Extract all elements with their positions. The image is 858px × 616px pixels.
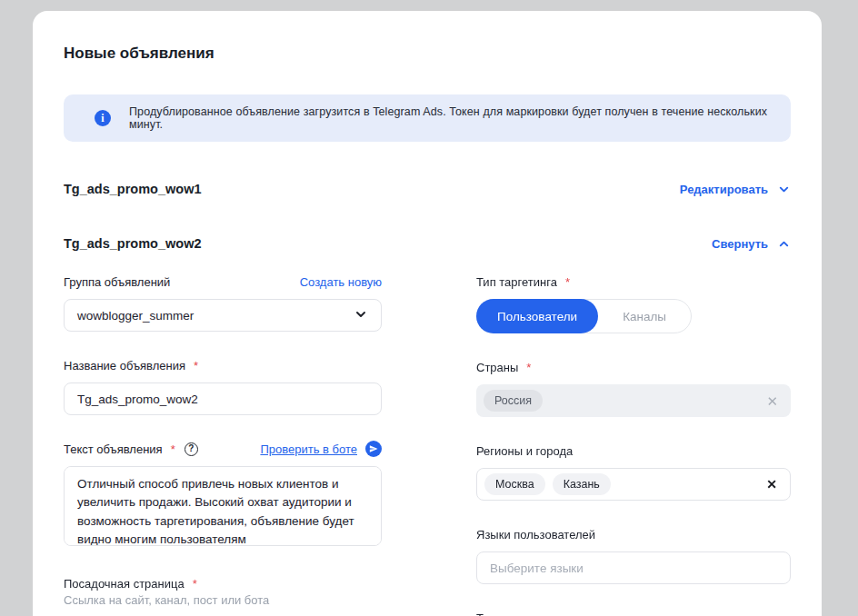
region-tag: Казань [553,473,611,495]
countries-label: Страны [476,361,518,374]
required-mark: * [526,361,531,374]
form-left-column: Группа объявлений Создать новую wowblogg… [64,274,382,616]
expand-section-button[interactable]: Редактировать [680,183,791,196]
regions-field[interactable]: Москва Казань ✕ [476,468,791,501]
ad-text-field-group: Текст объявления* ? Проверить в боте Отл… [64,442,382,550]
chevron-down-icon [354,307,368,324]
required-mark: * [565,275,570,289]
countries-field[interactable]: Россия ✕ [476,384,791,417]
required-mark: * [194,359,198,373]
page-title: Новые объявления [64,45,791,63]
regions-field-group: Регионы и города Москва Казань ✕ [476,443,791,501]
help-icon[interactable]: ? [185,442,198,456]
collapse-section-label: Свернуть [712,237,768,251]
landing-page-field-group: Посадочная страница* Ссылка на сайт, кан… [64,576,382,616]
clear-countries-icon[interactable]: ✕ [766,394,778,408]
info-banner: i Продублированное объявление загрузится… [64,94,791,142]
ad-group-select[interactable]: wowblogger_summer [64,299,382,332]
languages-field-group: Языки пользователей [476,527,791,584]
landing-page-hint: Ссылка на сайт, канал, пост или бота [64,593,382,607]
banner-text: Продублированное объявление загрузится в… [129,105,769,131]
collapse-section-button[interactable]: Свернуть [712,237,791,251]
targeting-type-field-group: Тип таргетинга* Пользователи Каналы [476,274,791,333]
toggle-option-users[interactable]: Пользователи [476,299,598,333]
ad-section-row-2: Tg_ads_promo_wow2 Свернуть [64,234,791,253]
required-mark: * [171,442,175,456]
ad-text-textarea[interactable]: Отличный способ привлечь новых клиентов … [64,466,382,546]
chevron-up-icon [777,237,791,251]
toggle-option-channels[interactable]: Каналы [598,310,691,323]
ad-section-title-2: Tg_ads_promo_wow2 [64,236,201,251]
form-right-column: Тип таргетинга* Пользователи Каналы Стра… [476,274,791,616]
languages-label: Языки пользователей [476,528,595,541]
create-group-link[interactable]: Создать новую [300,275,382,289]
targeting-type-label: Тип таргетинга [476,275,557,289]
country-tag: Россия [484,390,543,412]
info-icon: i [95,110,111,126]
countries-field-group: Страны* Россия ✕ [476,360,791,417]
required-mark: * [193,577,197,591]
landing-page-label: Посадочная страница [64,577,185,591]
ad-section-row-1: Tg_ads_promo_wow1 Редактировать [64,180,791,198]
content-card: Новые объявления i Продублированное объя… [33,11,822,616]
ad-group-selected-value: wowblogger_summer [77,309,194,323]
regions-label: Регионы и города [476,444,573,458]
ad-name-input[interactable] [64,383,382,415]
targeting-type-toggle: Пользователи Каналы [476,299,692,333]
chevron-down-icon [777,183,791,196]
ad-name-label: Название объявления [64,359,185,373]
languages-input[interactable] [476,551,791,584]
ad-form: Группа объявлений Создать новую wowblogg… [64,274,791,616]
ad-group-field-group: Группа объявлений Создать новую wowblogg… [64,274,382,332]
topics-field-group: Тематики [476,611,791,616]
ad-group-label: Группа объявлений [64,275,170,289]
clear-regions-icon[interactable]: ✕ [766,478,777,491]
ad-section-title-1: Tg_ads_promo_wow1 [64,182,201,196]
telegram-icon[interactable] [365,441,382,457]
region-tag: Москва [484,473,545,495]
topics-label: Тематики [476,611,528,616]
ad-name-field-group: Название объявления* [64,358,382,415]
check-in-bot-link[interactable]: Проверить в боте [260,442,357,456]
ad-text-label: Текст объявления [64,442,163,456]
expand-section-label: Редактировать [680,183,768,196]
